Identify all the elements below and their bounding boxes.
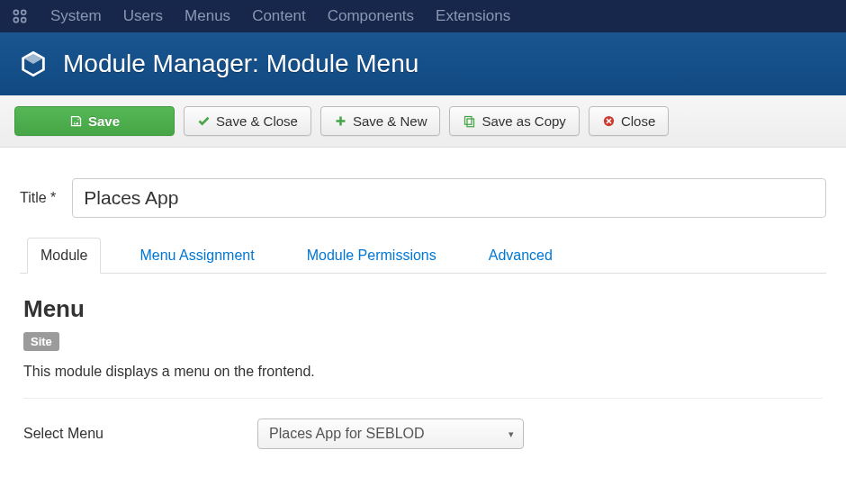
select-menu-dropdown[interactable]: Places App for SEBLOD — [257, 418, 524, 449]
select-menu-row: Select Menu Places App for SEBLOD — [23, 418, 823, 449]
plus-icon — [334, 114, 347, 128]
joomla-logo-icon — [11, 7, 29, 25]
title-label: Title * — [20, 190, 56, 206]
nav-menus[interactable]: Menus — [184, 7, 230, 25]
svg-point-3 — [22, 18, 26, 22]
save-close-label: Save & Close — [216, 113, 298, 129]
save-new-button[interactable]: Save & New — [320, 106, 441, 136]
svg-rect-4 — [465, 117, 472, 125]
module-description: This module displays a menu on the front… — [23, 364, 823, 380]
svg-point-2 — [14, 18, 18, 22]
divider — [23, 398, 823, 399]
toolbar: Save Save & Close Save & New Save as Cop… — [0, 95, 846, 148]
select-menu-label: Select Menu — [23, 426, 257, 442]
close-label: Close — [621, 113, 655, 129]
tab-advanced[interactable]: Advanced — [475, 238, 566, 274]
tab-module[interactable]: Module — [27, 238, 101, 274]
svg-point-0 — [14, 10, 18, 14]
apply-icon — [69, 114, 83, 128]
nav-components[interactable]: Components — [328, 7, 414, 25]
nav-content[interactable]: Content — [252, 7, 306, 25]
module-panel: Menu Site This module displays a menu on… — [20, 274, 826, 471]
save-label: Save — [88, 113, 120, 129]
nav-users[interactable]: Users — [123, 7, 163, 25]
close-button[interactable]: Close — [589, 106, 669, 136]
save-new-label: Save & New — [353, 113, 428, 129]
module-cube-icon — [18, 49, 49, 79]
tab-module-permissions[interactable]: Module Permissions — [293, 238, 450, 274]
page-title: Module Manager: Module Menu — [63, 50, 418, 78]
save-button[interactable]: Save — [14, 106, 175, 136]
save-copy-label: Save as Copy — [482, 113, 565, 129]
content-area: Title * Module Menu Assignment Module Pe… — [0, 148, 846, 489]
check-icon — [197, 114, 211, 128]
svg-point-1 — [22, 10, 26, 14]
title-field-row: Title * — [20, 178, 826, 218]
module-heading: Menu — [23, 295, 823, 323]
select-menu-value: Places App for SEBLOD — [269, 426, 425, 441]
save-close-button[interactable]: Save & Close — [184, 106, 311, 136]
nav-system[interactable]: System — [50, 7, 102, 25]
copy-icon — [463, 114, 476, 128]
nav-extensions[interactable]: Extensions — [436, 7, 510, 25]
tab-menu-assignment[interactable]: Menu Assignment — [126, 238, 267, 274]
page-header: Module Manager: Module Menu — [0, 32, 846, 95]
tabs: Module Menu Assignment Module Permission… — [20, 238, 826, 274]
client-badge: Site — [23, 332, 59, 351]
close-icon — [602, 114, 616, 128]
top-nav: System Users Menus Content Components Ex… — [0, 0, 846, 32]
save-copy-button[interactable]: Save as Copy — [449, 106, 579, 136]
svg-rect-5 — [467, 119, 474, 127]
title-input[interactable] — [72, 178, 826, 218]
